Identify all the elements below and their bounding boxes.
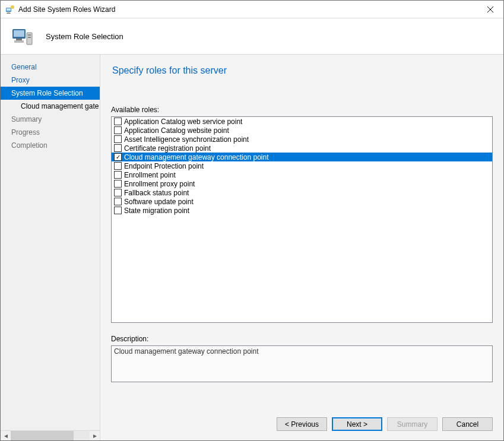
role-checkbox[interactable] xyxy=(114,171,122,179)
sidebar-item-completion[interactable]: Completion xyxy=(1,139,100,152)
role-checkbox[interactable] xyxy=(114,207,122,214)
role-checkbox[interactable] xyxy=(114,189,122,196)
role-checkbox[interactable] xyxy=(114,144,122,152)
wizard-window: Add Site System Roles Wizard System Role… xyxy=(0,0,504,441)
body: GeneralProxySystem Role SelectionCloud m… xyxy=(1,54,503,440)
role-row[interactable]: Cloud management gateway connection poin… xyxy=(112,153,492,161)
previous-button[interactable]: < Previous xyxy=(277,417,327,431)
wizard-icon xyxy=(10,24,34,48)
titlebar: Add Site System Roles Wizard xyxy=(1,1,503,18)
scroll-track[interactable] xyxy=(11,431,90,440)
sidebar-item-cloud-management-gate[interactable]: Cloud management gate xyxy=(1,100,100,113)
close-button[interactable] xyxy=(477,1,503,18)
role-checkbox[interactable] xyxy=(114,180,122,188)
scroll-thumb[interactable] xyxy=(11,431,74,440)
role-label: Software update point xyxy=(124,198,194,206)
sidebar: GeneralProxySystem Role SelectionCloud m… xyxy=(1,55,100,440)
svg-rect-6 xyxy=(14,30,24,37)
sidebar-hscrollbar[interactable]: ◂ ▸ xyxy=(1,430,100,440)
svg-rect-8 xyxy=(28,34,31,36)
role-label: Enrollment point xyxy=(124,171,176,179)
header-strip: System Role Selection xyxy=(1,18,503,54)
role-label: Asset Intelligence synchronization point xyxy=(124,135,249,144)
role-row[interactable]: State migration point xyxy=(112,206,492,215)
sidebar-list: GeneralProxySystem Role SelectionCloud m… xyxy=(1,55,100,430)
role-row[interactable]: Asset Intelligence synchronization point xyxy=(112,135,492,144)
app-icon xyxy=(5,5,15,14)
role-label: State migration point xyxy=(124,207,189,215)
page-title: System Role Selection xyxy=(46,32,123,41)
role-row[interactable]: Enrollment proxy point xyxy=(112,179,492,188)
svg-point-2 xyxy=(11,5,14,9)
svg-rect-11 xyxy=(14,40,24,43)
role-row[interactable]: Certificate registration point xyxy=(112,144,492,153)
description-text: Cloud management gateway connection poin… xyxy=(114,347,259,356)
sidebar-item-progress[interactable]: Progress xyxy=(1,126,100,139)
cancel-button[interactable]: Cancel xyxy=(442,417,493,431)
role-label: Fallback status point xyxy=(124,189,189,197)
svg-rect-10 xyxy=(16,39,22,40)
role-label: Application Catalog website point xyxy=(124,126,229,135)
sidebar-item-general[interactable]: General xyxy=(1,61,100,74)
scroll-right-arrow[interactable]: ▸ xyxy=(90,431,100,440)
role-checkbox[interactable] xyxy=(114,118,122,125)
role-label: Enrollment proxy point xyxy=(124,180,195,188)
role-row[interactable]: Endpoint Protection point xyxy=(112,161,492,170)
role-checkbox[interactable] xyxy=(114,162,122,170)
summary-button: Summary xyxy=(387,417,438,431)
role-checkbox[interactable] xyxy=(114,126,122,134)
description-box: Cloud management gateway connection poin… xyxy=(111,345,493,382)
sidebar-item-system-role-selection[interactable]: System Role Selection xyxy=(1,87,100,100)
next-button[interactable]: Next > xyxy=(332,417,382,431)
role-row[interactable]: Application Catalog web service point xyxy=(112,117,492,126)
role-checkbox[interactable] xyxy=(114,198,122,205)
footer: < Previous Next > Summary Cancel xyxy=(111,410,493,433)
window-title: Add Site System Roles Wizard xyxy=(18,5,477,14)
role-label: Endpoint Protection point xyxy=(124,162,204,170)
sidebar-item-summary[interactable]: Summary xyxy=(1,113,100,126)
scroll-left-arrow[interactable]: ◂ xyxy=(1,431,11,440)
available-roles-label: Available roles: xyxy=(111,106,493,114)
role-checkbox[interactable] xyxy=(114,153,122,161)
svg-rect-9 xyxy=(28,37,31,38)
close-icon xyxy=(487,7,493,12)
role-label: Cloud management gateway connection poin… xyxy=(124,153,269,161)
available-roles-list[interactable]: Application Catalog web service pointApp… xyxy=(111,116,493,323)
role-row[interactable]: Enrollment point xyxy=(112,170,492,179)
description-label: Description: xyxy=(111,335,493,343)
role-row[interactable]: Application Catalog website point xyxy=(112,126,492,135)
role-row[interactable]: Fallback status point xyxy=(112,188,492,197)
content: Specify roles for this server Available … xyxy=(100,55,503,440)
role-checkbox[interactable] xyxy=(114,135,122,143)
svg-rect-1 xyxy=(7,8,11,11)
role-label: Certificate registration point xyxy=(124,144,211,153)
role-row[interactable]: Software update point xyxy=(112,197,492,206)
sidebar-item-proxy[interactable]: Proxy xyxy=(1,74,100,87)
content-heading: Specify roles for this server xyxy=(111,65,493,76)
role-label: Application Catalog web service point xyxy=(124,118,242,126)
